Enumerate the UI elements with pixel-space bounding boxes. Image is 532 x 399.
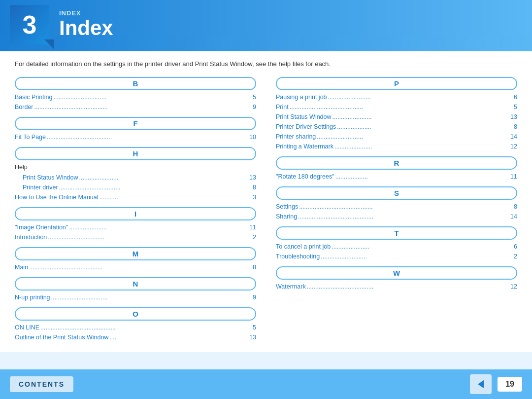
entry-dots: ............................... (53, 92, 252, 102)
header-title: Index (59, 17, 113, 39)
entry-dots: ........................................… (40, 323, 252, 332)
entry-page: 5 (253, 323, 256, 332)
page-number: 19 (498, 377, 522, 392)
letter-badge-m: M (15, 247, 256, 260)
entry-text: Pausing a print job (276, 92, 327, 102)
index-entries: Basic Printing..........................… (15, 92, 256, 112)
index-entry: To cancel a print job...................… (276, 242, 517, 252)
entry-page: 13 (510, 112, 517, 122)
header-label: INDEX (59, 9, 113, 17)
entry-page: 2 (514, 252, 517, 261)
entry-page: 5 (253, 92, 256, 102)
entry-page: 14 (510, 132, 517, 142)
letter-section-t: TTo cancel a print job..................… (276, 226, 517, 261)
entry-text: Printer driver (23, 182, 58, 192)
index-entries: Watermark...............................… (276, 282, 517, 291)
entry-text: Border (15, 102, 33, 112)
entry-page: 2 (253, 232, 256, 242)
index-entry: Print Status Window.....................… (15, 173, 256, 182)
footer-right: 19 (470, 374, 522, 394)
index-entry: Outline of the Print Status Window....13 (15, 332, 256, 342)
svg-marker-0 (478, 380, 484, 388)
header-text: INDEX Index (59, 9, 113, 39)
index-entries: ON LINE.................................… (15, 323, 256, 342)
letter-section-n: NN-up printing..........................… (15, 277, 256, 302)
entry-dots: ................................. (48, 232, 252, 242)
letter-badge-w: W (276, 266, 517, 280)
entry-dots: ........................................… (29, 262, 252, 272)
letter-badge-i: I (15, 207, 256, 220)
index-entries: "Rotate 180 degrees"...................1… (276, 172, 517, 181)
letter-section-r: R"Rotate 180 degrees"...................… (276, 156, 517, 181)
entry-text: Printing a Watermark (276, 142, 333, 151)
letter-badge-n: N (15, 277, 256, 290)
letter-badge-t: T (276, 226, 517, 240)
index-entry: Troubleshooting.........................… (276, 252, 517, 261)
letter-section-m: MMain...................................… (15, 247, 256, 272)
entry-text: Settings (276, 202, 298, 212)
index-entry: N-up printing...........................… (15, 292, 256, 302)
index-entry: Printer sharing.........................… (276, 132, 517, 142)
entry-text: N-up printing (15, 292, 50, 302)
entry-dots: ........................................… (299, 202, 513, 212)
entry-page: 13 (249, 332, 256, 342)
entry-text: Watermark (276, 282, 306, 291)
entry-page: 10 (249, 132, 256, 142)
index-entry: Printer driver..........................… (15, 182, 256, 192)
previous-page-button[interactable] (470, 374, 492, 394)
letter-section-h: HHelpPrint Status Window................… (15, 147, 256, 202)
entry-dots: ....................... (79, 173, 249, 182)
entry-text: To cancel a print job (276, 242, 331, 252)
contents-button[interactable]: CONTENTS (10, 376, 73, 392)
entry-text: Troubleshooting (276, 252, 320, 261)
entry-page: 13 (249, 173, 256, 182)
entry-text: How to Use the Online Manual (15, 192, 99, 202)
index-entries: Main....................................… (15, 262, 256, 272)
entry-text: Main (15, 262, 28, 272)
letter-badge-f: F (15, 117, 256, 130)
entry-dots: ........................................… (34, 102, 252, 112)
entry-text: "Rotate 180 degrees" (276, 172, 334, 181)
entry-page: 8 (514, 122, 517, 132)
index-entry: Basic Printing..........................… (15, 92, 256, 102)
entry-dots: .................................... (59, 182, 252, 192)
left-column: BBasic Printing.........................… (15, 77, 256, 347)
chapter-number: 3 (10, 5, 49, 44)
letter-badge-r: R (276, 156, 517, 170)
entry-page: 5 (514, 102, 517, 112)
entry-text: Basic Printing (15, 92, 52, 102)
index-entry: Main....................................… (15, 262, 256, 272)
entry-text: Outline of the Print Status Window (15, 332, 108, 342)
index-entry: Watermark...............................… (276, 282, 517, 291)
letter-section-p: PPausing a print job....................… (276, 77, 517, 151)
entry-text: ON LINE (15, 323, 39, 332)
index-entry: Border..................................… (15, 102, 256, 112)
letter-section-i: I"Image Orientation"....................… (15, 207, 256, 242)
entry-dots: ........................... (317, 132, 509, 142)
intro-text: For detailed information on the settings… (15, 59, 517, 69)
entry-dots: .... (109, 332, 248, 342)
letter-section-s: SSettings...............................… (276, 186, 517, 221)
entry-page: 6 (514, 242, 517, 252)
letter-badge-p: P (276, 77, 517, 90)
letter-section-o: OON LINE................................… (15, 307, 256, 342)
parent-label: Help (15, 162, 256, 173)
index-entry: How to Use the Online Manual...........3 (15, 192, 256, 202)
entry-dots: ........................................… (290, 102, 513, 112)
index-entry: Printing a Watermark....................… (276, 142, 517, 151)
index-columns: BBasic Printing.........................… (15, 77, 517, 347)
entry-dots: .................... (337, 122, 513, 132)
entry-dots: ................................. (51, 292, 252, 302)
index-entry: Fit To Page.............................… (15, 132, 256, 142)
entry-page: 9 (253, 102, 256, 112)
entry-text: Print (276, 102, 289, 112)
prev-arrow-icon (475, 378, 487, 390)
letter-section-f: FFit To Page............................… (15, 117, 256, 142)
index-entry: Print Status Window.....................… (276, 112, 517, 122)
entry-dots: ........................................… (298, 212, 509, 221)
entry-page: 9 (253, 292, 256, 302)
index-entry: Pausing a print job.....................… (276, 92, 517, 102)
index-entry: ON LINE.................................… (15, 323, 256, 332)
letter-badge-h: H (15, 147, 256, 160)
entry-dots: ...................... (334, 142, 509, 151)
